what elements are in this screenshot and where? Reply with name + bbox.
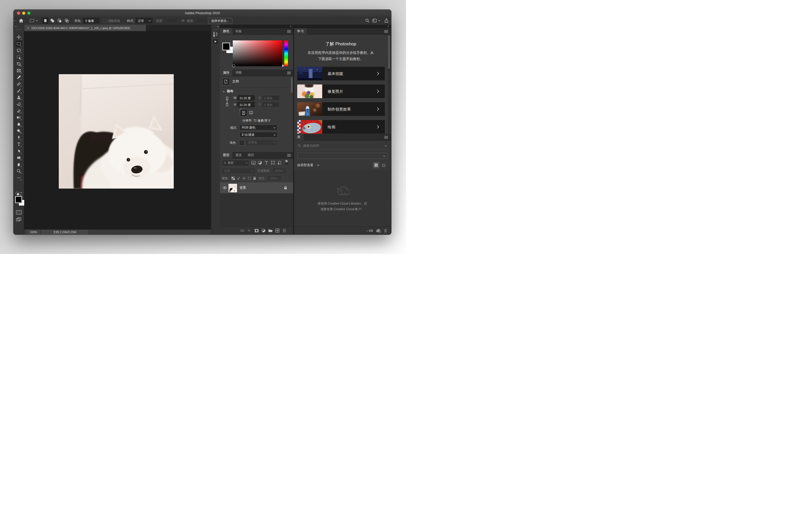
hue-slider[interactable] (284, 40, 288, 66)
layer-name[interactable]: 背景 (240, 182, 246, 193)
dodge-tool[interactable] (16, 128, 22, 134)
frame-tool[interactable] (16, 68, 22, 74)
canvas-section-chevron-icon[interactable] (222, 90, 225, 93)
document-tab[interactable]: 15CC0256-31B0-4046-80CC-3DB0FD8A5107_1_1… (24, 25, 146, 31)
layer-filter-toggle[interactable] (285, 159, 288, 166)
learn-card-creative-effects[interactable]: 3 制作创意效果 (297, 102, 385, 116)
tab-channels[interactable]: 通道 (232, 152, 245, 159)
move-tool[interactable] (16, 34, 22, 40)
tool-preset-chevron-icon[interactable] (36, 19, 38, 22)
workspace-icon[interactable] (372, 18, 377, 23)
learn-collapse-icon[interactable]: » (388, 25, 389, 28)
crop-tool[interactable] (16, 61, 22, 67)
select-and-mask-button[interactable]: 选择并遮住... (208, 18, 232, 24)
list-view-icon[interactable] (382, 163, 385, 167)
color-picker-indicator[interactable] (232, 65, 235, 67)
grid-view-button[interactable] (373, 162, 379, 168)
brush-tool[interactable] (16, 88, 22, 94)
canvas-y-input[interactable]: 0 厘米 (262, 102, 279, 107)
new-selection-button[interactable] (42, 17, 48, 24)
tools-collapse-icon[interactable]: » (15, 25, 16, 28)
layers-panel-menu-icon[interactable] (287, 154, 291, 157)
properties-panel-menu-icon[interactable] (287, 71, 291, 75)
new-layer-icon[interactable] (275, 228, 279, 232)
tab-properties[interactable]: 属性 (220, 70, 233, 76)
layer-fill-input[interactable]: 100% (267, 176, 281, 181)
actions-panel-button[interactable] (212, 39, 219, 45)
type-tool[interactable] (16, 141, 22, 147)
feather-input[interactable]: 0 像素 (83, 18, 99, 23)
bit-depth-dropdown[interactable]: 8 位/通道 (240, 132, 278, 137)
eraser-tool[interactable] (16, 108, 22, 114)
history-panel-icon[interactable] (213, 32, 218, 37)
spot-healing-brush-tool[interactable] (16, 81, 22, 87)
orientation-landscape-button[interactable] (249, 110, 253, 115)
width-input[interactable] (165, 18, 178, 23)
workspace-chevron-icon[interactable] (378, 19, 380, 22)
layer-filter-dropdown[interactable]: 类型 (222, 160, 249, 166)
color-field[interactable] (233, 40, 282, 66)
view-by-type-chevron-icon[interactable] (317, 164, 320, 167)
screen-mode-icon[interactable] (16, 217, 22, 222)
canvas-image[interactable] (59, 74, 174, 188)
active-tool-icon[interactable] (29, 18, 35, 23)
home-icon[interactable] (18, 18, 24, 23)
learn-card-painting[interactable]: 绘画 (297, 120, 385, 134)
color-foreground-swatch[interactable] (222, 43, 230, 50)
edit-toolbar-ellipsis[interactable] (16, 175, 22, 181)
filter-smart-objects-icon[interactable] (277, 161, 282, 165)
tab-libraries[interactable]: 库 (294, 134, 304, 140)
tab-paths[interactable]: 路径 (245, 152, 257, 159)
link-dimensions-icon[interactable] (226, 96, 229, 107)
subtract-from-selection-icon[interactable] (57, 18, 62, 23)
pen-tool[interactable] (16, 134, 22, 141)
new-group-icon[interactable] (268, 229, 273, 232)
document-size-info[interactable]: 文档:2.25M/2.25M (41, 229, 88, 235)
adjustment-layer-icon[interactable] (261, 228, 266, 232)
path-selection-tool[interactable] (16, 148, 22, 154)
cloud-offline-icon[interactable] (375, 229, 381, 233)
history-brush-tool[interactable] (16, 101, 22, 107)
library-select-dropdown[interactable] (297, 153, 388, 159)
panels-collapse-icon[interactable]: » (290, 25, 291, 28)
link-layers-icon[interactable] (240, 229, 245, 232)
layer-style-fx-icon[interactable]: fx (247, 228, 252, 232)
learn-panel-menu-icon[interactable] (384, 30, 388, 33)
tab-layers[interactable]: 图层 (220, 152, 233, 159)
opacity-input[interactable]: 100% (273, 168, 286, 174)
intersect-selection-icon[interactable] (65, 18, 69, 23)
filter-pixel-layers-icon[interactable] (251, 161, 256, 165)
clone-stamp-tool[interactable] (16, 94, 22, 100)
layer-row-background[interactable]: 背景 (220, 182, 293, 193)
gradient-tool[interactable] (16, 114, 22, 121)
minidock-expand-icon[interactable]: « (217, 25, 218, 28)
hand-tool[interactable] (16, 161, 22, 167)
blur-tool[interactable] (16, 121, 22, 127)
filter-adjustment-layers-icon[interactable] (258, 161, 262, 165)
lock-position-icon[interactable] (242, 176, 246, 180)
zoom-level[interactable]: 100% (27, 229, 40, 235)
quick-mask-icon[interactable] (16, 210, 22, 215)
swap-dimensions-icon[interactable] (181, 18, 185, 23)
canvas-x-input[interactable]: 0 厘米 (262, 95, 279, 100)
libraries-search-chevron-icon[interactable] (384, 144, 387, 147)
foreground-color-swatch[interactable] (15, 196, 22, 203)
add-to-selection-icon[interactable] (50, 18, 55, 23)
lasso-tool[interactable] (16, 47, 22, 53)
canvas-w-input[interactable]: 31.26 厘米 (237, 95, 255, 100)
rectangular-marquee-tool[interactable] (16, 41, 22, 47)
libraries-search-input[interactable]: 搜索当前库 (303, 142, 319, 149)
fill-color-swatch[interactable] (239, 140, 245, 145)
canvas-h-input[interactable]: 31.26 厘米 (237, 102, 255, 107)
lock-artboard-icon[interactable] (247, 176, 251, 180)
tab-swatches[interactable]: 色板 (232, 28, 245, 35)
orientation-portrait-button[interactable] (240, 109, 247, 117)
color-panel-menu-icon[interactable] (287, 30, 291, 33)
layer-thumbnail[interactable] (228, 183, 237, 193)
object-selection-tool[interactable] (16, 54, 22, 60)
lock-all-icon[interactable] (253, 176, 256, 180)
color-mode-dropdown[interactable]: RGB 颜色 (240, 125, 278, 130)
layer-visibility-eye-icon[interactable] (222, 186, 227, 189)
share-icon[interactable] (384, 18, 389, 23)
zoom-tool[interactable] (16, 168, 22, 174)
